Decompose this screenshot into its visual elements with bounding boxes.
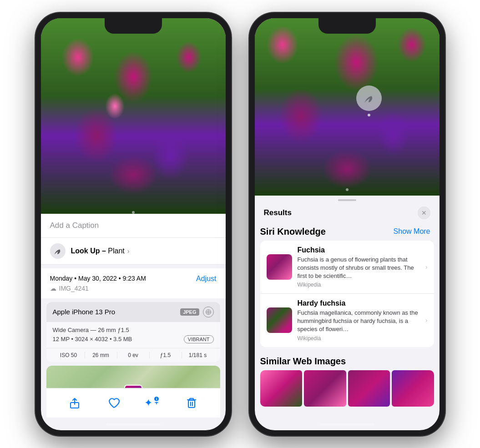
adjust-button[interactable]: Adjust: [196, 275, 216, 283]
svg-rect-7: [188, 400, 195, 408]
aperture-icon: [205, 309, 212, 315]
hardy-fuchsia-description: Fuchsia magellanica, commonly known as t…: [298, 309, 420, 334]
siri-knowledge-section: Siri Knowledge Show More Fuchsia Fuchsia…: [255, 223, 440, 347]
left-phone-screen: Add a Caption Look Up – Plant › Monday •…: [41, 18, 226, 430]
exif-ev: 0 ev: [117, 352, 150, 358]
lookup-row[interactable]: Look Up – Plant ›: [41, 238, 226, 265]
notch-right: [318, 18, 376, 34]
exif-focal: 26 mm: [85, 352, 117, 358]
similar-image-1[interactable]: [260, 370, 303, 407]
info-badge-dot: i: [153, 396, 160, 402]
mp-text: 12 MP • 3024 × 4032 • 3.5 MB: [53, 336, 132, 342]
share-button[interactable]: [66, 395, 83, 411]
fuchsia-thumbnail: [267, 254, 292, 280]
hardy-fuchsia-chevron-icon: ›: [425, 317, 428, 324]
camera-section: Apple iPhone 13 Pro JPEG: [46, 302, 220, 362]
fuchsia-source: Wikipedia: [298, 282, 420, 288]
exif-shutter: 1/181 s: [182, 352, 214, 358]
bottom-toolbar: i: [46, 388, 220, 418]
right-phone: Results ✕ Siri Knowledge Show More Fuchs: [249, 13, 445, 436]
siri-knowledge-header: Siri Knowledge Show More: [260, 223, 434, 241]
similar-web-title: Similar Web Images: [260, 352, 434, 370]
wide-camera-text: Wide Camera — 26 mm ƒ1.5: [53, 327, 214, 333]
camera-header: Apple iPhone 13 Pro JPEG: [46, 302, 220, 322]
siri-knowledge-title: Siri Knowledge: [260, 227, 326, 237]
knowledge-card: Fuchsia Fuchsia is a genus of flowering …: [260, 241, 434, 347]
heart-icon: [108, 397, 120, 409]
siri-circle: [356, 86, 382, 111]
similar-image-3[interactable]: [348, 370, 390, 407]
exif-aperture: ƒ1.5: [150, 352, 182, 358]
similar-images-row: [260, 370, 434, 407]
lookup-text: Look Up – Plant ›: [71, 247, 130, 255]
format-badge: JPEG: [180, 308, 199, 316]
hardy-fuchsia-content: Hardy fuchsia Fuchsia magellanica, commo…: [298, 299, 420, 342]
similar-image-2[interactable]: [304, 370, 346, 407]
fuchsia-content: Fuchsia Fuchsia is a genus of flowering …: [298, 246, 420, 288]
vibrant-badge: VIBRANT: [184, 335, 214, 343]
hardy-fuchsia-thumbnail: [267, 307, 292, 333]
fuchsia-chevron-icon: ›: [425, 263, 428, 271]
filename-row: ☁ IMG_4241: [50, 285, 217, 292]
mp-row: 12 MP • 3024 × 4032 • 3.5 MB VIBRANT: [53, 335, 214, 343]
delete-button[interactable]: [183, 395, 200, 411]
close-icon: ✕: [421, 209, 427, 216]
home-indicator-right: [320, 423, 374, 426]
date-row: Monday • May 30, 2022 • 9:23 AM Adjust: [50, 275, 217, 283]
camera-details: Wide Camera — 26 mm ƒ1.5 12 MP • 3024 × …: [46, 322, 220, 348]
notch: [105, 18, 162, 34]
lookup-icon: [50, 243, 66, 259]
date-text: Monday • May 30, 2022 • 9:23 AM: [50, 275, 146, 282]
cloud-icon: ☁: [50, 285, 56, 292]
left-phone: Add a Caption Look Up – Plant › Monday •…: [35, 13, 231, 436]
close-button[interactable]: ✕: [418, 206, 430, 219]
exif-row: ISO 50 26 mm 0 ev ƒ1.5 1/181 s: [46, 348, 220, 362]
info-button[interactable]: i: [144, 395, 161, 411]
camera-name: Apple iPhone 13 Pro: [53, 308, 116, 316]
caption-area[interactable]: Add a Caption: [41, 214, 226, 238]
lookup-label-bold: Look Up –: [71, 247, 106, 255]
leaf-icon: [53, 247, 62, 256]
similar-web-section: Similar Web Images: [255, 352, 440, 407]
hardy-fuchsia-source: Wikipedia: [298, 335, 420, 342]
right-phone-screen: Results ✕ Siri Knowledge Show More Fuchs: [255, 18, 440, 430]
home-indicator-left: [106, 423, 161, 426]
photo-info-section: Monday • May 30, 2022 • 9:23 AM Adjust ☁…: [41, 268, 226, 298]
favorite-button[interactable]: [106, 395, 122, 411]
knowledge-item-fuchsia[interactable]: Fuchsia Fuchsia is a genus of flowering …: [260, 241, 434, 294]
exif-iso: ISO 50: [53, 352, 85, 358]
share-icon: [69, 398, 80, 408]
siri-dot: [368, 114, 370, 116]
similar-image-4[interactable]: [392, 370, 434, 407]
knowledge-item-hardy-fuchsia[interactable]: Hardy fuchsia Fuchsia magellanica, commo…: [260, 294, 434, 347]
fuchsia-name: Fuchsia: [298, 246, 420, 254]
results-panel: Results ✕ Siri Knowledge Show More Fuchs: [255, 196, 440, 407]
results-header: Results ✕: [255, 201, 440, 223]
lookup-label-plant: Plant: [106, 247, 125, 255]
svg-point-1: [207, 311, 209, 313]
flower-photo-left[interactable]: [41, 18, 226, 214]
lookup-chevron: ›: [126, 247, 130, 255]
siri-leaf-icon: [363, 92, 375, 105]
trash-icon: [186, 397, 197, 409]
filename-text: IMG_4241: [59, 285, 89, 292]
show-more-button[interactable]: Show More: [394, 227, 430, 236]
caption-placeholder[interactable]: Add a Caption: [50, 221, 99, 230]
results-title: Results: [264, 208, 292, 217]
flower-photo-right[interactable]: [255, 18, 440, 196]
camera-icon-button[interactable]: [203, 307, 214, 317]
hardy-fuchsia-name: Hardy fuchsia: [298, 299, 420, 307]
fuchsia-description: Fuchsia is a genus of flowering plants t…: [298, 256, 420, 281]
